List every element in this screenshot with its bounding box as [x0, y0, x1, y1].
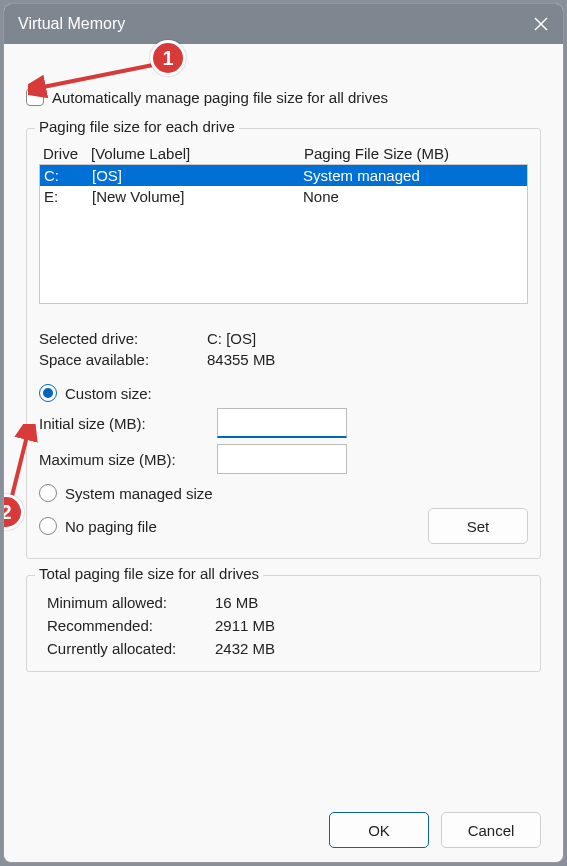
drive-list-header: Drive [Volume Label] Paging File Size (M… [39, 141, 528, 164]
selected-drive-value: C: [OS] [207, 330, 256, 347]
drive-row[interactable]: E: [New Volume] None [40, 186, 527, 207]
col-volume: [Volume Label] [91, 145, 304, 162]
svg-line-2 [38, 64, 158, 88]
drive-list[interactable]: C: [OS] System managed E: [New Volume] N… [39, 164, 528, 304]
currently-allocated-value: 2432 MB [215, 640, 275, 657]
ok-button[interactable]: OK [329, 812, 429, 848]
virtual-memory-dialog: Virtual Memory 1 Automatically manage pa… [3, 3, 564, 863]
minimum-allowed-label: Minimum allowed: [47, 594, 207, 611]
radio-no-paging-file-label: No paging file [65, 518, 157, 535]
selected-drive-label: Selected drive: [39, 330, 199, 347]
dialog-footer: OK Cancel [4, 802, 563, 862]
radio-custom-size[interactable] [39, 384, 57, 402]
cancel-button[interactable]: Cancel [441, 812, 541, 848]
group-each-drive-legend: Paging file size for each drive [35, 118, 239, 135]
initial-size-input[interactable] [217, 408, 347, 438]
annotation-arrow-1 [28, 58, 168, 98]
annotation-badge-1: 1 [150, 40, 186, 76]
group-totals: Total paging file size for all drives Mi… [26, 575, 541, 672]
group-each-drive: Paging file size for each drive Drive [V… [26, 128, 541, 559]
radio-custom-size-label: Custom size: [65, 385, 152, 402]
set-button[interactable]: Set [428, 508, 528, 544]
recommended-label: Recommended: [47, 617, 207, 634]
recommended-value: 2911 MB [215, 617, 275, 634]
drive-row[interactable]: C: [OS] System managed [40, 165, 527, 186]
col-size: Paging File Size (MB) [304, 145, 524, 162]
initial-size-label: Initial size (MB): [39, 415, 209, 432]
radio-system-managed-label: System managed size [65, 485, 213, 502]
maximum-size-label: Maximum size (MB): [39, 451, 209, 468]
space-available-label: Space available: [39, 351, 199, 368]
close-icon[interactable] [533, 16, 549, 32]
currently-allocated-label: Currently allocated: [47, 640, 207, 657]
radio-no-paging-file[interactable] [39, 517, 57, 535]
window-title: Virtual Memory [18, 15, 125, 33]
maximum-size-input[interactable] [217, 444, 347, 474]
col-drive: Drive [43, 145, 91, 162]
svg-line-3 [10, 432, 28, 504]
title-bar[interactable]: Virtual Memory [4, 4, 563, 44]
space-available-value: 84355 MB [207, 351, 275, 368]
group-totals-legend: Total paging file size for all drives [35, 565, 263, 582]
minimum-allowed-value: 16 MB [215, 594, 258, 611]
